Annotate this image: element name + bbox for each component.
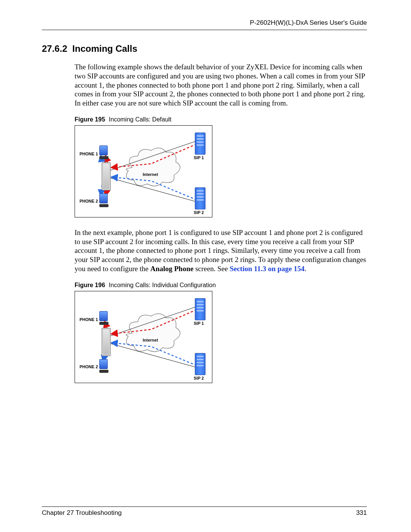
device-icon (102, 162, 111, 190)
phone-icon (99, 359, 108, 373)
section-number: 27.6.2 (42, 43, 67, 54)
figure-196-lines (75, 291, 212, 383)
label-sip1: SIP 1 (194, 321, 204, 326)
label-phone1: PHONE 1 (80, 152, 98, 156)
bottom-rule (42, 506, 367, 507)
figure-195-lines (75, 126, 212, 217)
p2-text-b: screen. See (193, 265, 229, 273)
footer-left: Chapter 27 Troubleshooting (42, 509, 122, 517)
section-heading: 27.6.2 Incoming Calls (42, 43, 367, 54)
top-rule (42, 30, 367, 30)
footer: Chapter 27 Troubleshooting 331 (42, 506, 367, 517)
paragraph-1: The following example shows the default … (75, 62, 367, 108)
label-phone1: PHONE 1 (80, 317, 98, 322)
server-icon (195, 353, 206, 375)
figure-caption-text: Incoming Calls: Default (109, 116, 172, 123)
label-internet: Internet (143, 338, 158, 342)
figure-196-diagram: PHONE 1 PHONE 2 SIP 1 SIP 2 Internet (75, 291, 212, 383)
server-icon (195, 133, 206, 155)
p2-bold: Analog Phone (150, 265, 194, 273)
label-phone2: PHONE 2 (80, 199, 98, 203)
figure-label: Figure 196 (75, 282, 105, 288)
paragraph-2: In the next example, phone port 1 is con… (75, 228, 367, 273)
label-phone2: PHONE 2 (80, 364, 98, 369)
phone-icon (99, 193, 108, 207)
page: P-2602H(W)(L)-DxA Series User's Guide 27… (0, 0, 411, 532)
cross-reference-link[interactable]: Section 11.3 on page 154 (229, 265, 304, 273)
figure-caption-text: Incoming Calls: Individual Configuration (109, 282, 216, 288)
label-sip2: SIP 2 (194, 210, 204, 215)
figure-196-caption: Figure 196Incoming Calls: Individual Con… (75, 282, 367, 289)
server-icon (195, 187, 206, 209)
device-icon (102, 328, 111, 356)
label-sip1: SIP 1 (194, 155, 204, 160)
section-title: Incoming Calls (72, 43, 137, 54)
phone-icon (99, 311, 108, 325)
label-sip2: SIP 2 (194, 376, 204, 380)
page-number: 331 (356, 509, 367, 517)
figure-label: Figure 195 (75, 116, 105, 123)
label-internet: Internet (143, 172, 158, 177)
figure-195-caption: Figure 195Incoming Calls: Default (75, 116, 367, 123)
p2-text-c: . (304, 265, 306, 273)
phone-icon (99, 145, 108, 159)
body-block: The following example shows the default … (75, 62, 367, 383)
running-header: P-2602H(W)(L)-DxA Series User's Guide (42, 19, 367, 27)
figure-195-diagram: PHONE 1 PHONE 2 SIP 1 SIP 2 Internet (75, 125, 212, 217)
server-icon (195, 298, 206, 320)
